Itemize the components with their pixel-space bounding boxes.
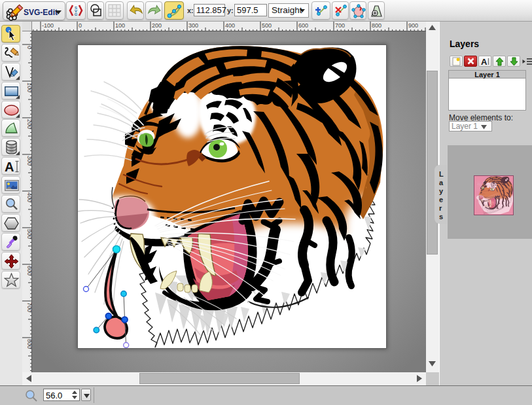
svg-text:800: 800 <box>26 339 32 349</box>
svg-text:100: 100 <box>26 82 32 92</box>
svg-text:100: 100 <box>115 22 125 29</box>
svg-text:300: 300 <box>26 156 32 166</box>
svg-text:200: 200 <box>26 119 32 129</box>
svg-text:G: G <box>75 12 78 16</box>
svg-text:400: 400 <box>225 22 235 29</box>
svg-text:600: 600 <box>298 22 308 29</box>
svg-text:300: 300 <box>188 22 198 29</box>
svg-text:500: 500 <box>26 229 32 239</box>
svg-text:0: 0 <box>79 22 82 29</box>
svg-text:700: 700 <box>335 22 345 29</box>
svg-text:-100: -100 <box>42 22 54 29</box>
svg-text:400: 400 <box>26 192 32 202</box>
svg-text:200: 200 <box>152 22 162 29</box>
svg-text:600: 600 <box>26 266 32 275</box>
svg-text:800: 800 <box>372 22 381 29</box>
svg-text:500: 500 <box>262 22 272 29</box>
svg-text:0: 0 <box>26 46 32 49</box>
svg-text:700: 700 <box>26 302 32 312</box>
svg-text:A: A <box>481 57 488 66</box>
svg-text:900: 900 <box>408 22 418 29</box>
svg-text:A: A <box>5 160 14 174</box>
